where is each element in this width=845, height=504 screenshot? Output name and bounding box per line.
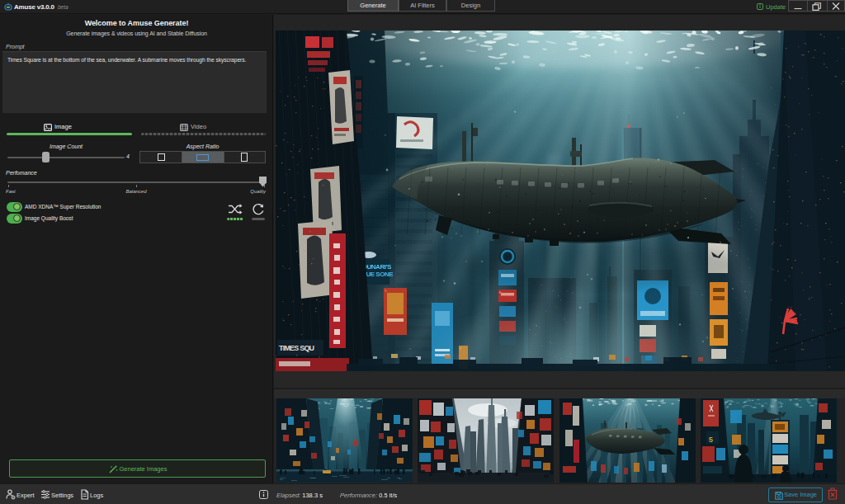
svg-text:TIMES SQU: TIMES SQU (279, 344, 314, 352)
svg-text:5: 5 (709, 436, 713, 444)
